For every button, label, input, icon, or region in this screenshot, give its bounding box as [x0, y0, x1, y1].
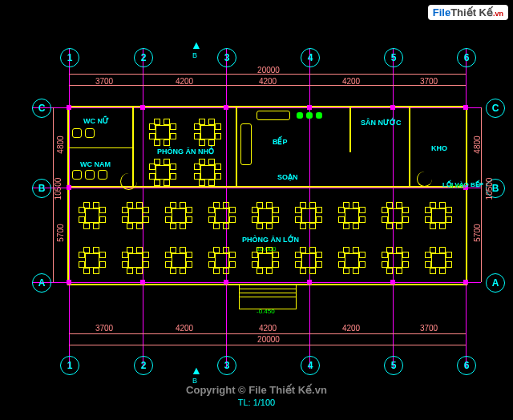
wall-h-top — [69, 186, 236, 188]
grid-bubble-4-bot: 4 — [301, 356, 320, 375]
north-label-top: B — [192, 51, 197, 59]
grid-bubble-c-left: C — [32, 99, 51, 118]
dim-left-total: 10500 — [54, 173, 63, 205]
wall-v-kho — [409, 107, 410, 188]
grid-bubble-5-top: 5 — [384, 48, 403, 67]
dining-table — [208, 202, 234, 228]
sink-icon — [297, 112, 303, 119]
dining-table — [165, 202, 191, 228]
stove-icon — [240, 123, 252, 165]
label-san-nuoc: SÂN NƯỚC — [361, 119, 402, 127]
grid-bubble-a-right: A — [486, 273, 505, 293]
dim-bot-5: 3700 — [413, 324, 445, 333]
drawing-scale: TL: 1/100 — [0, 398, 513, 407]
north-arrow-top: ▲ — [191, 38, 202, 51]
sink-icon — [316, 112, 322, 119]
dining-table — [252, 202, 277, 228]
dim-bot-4: 4200 — [335, 324, 367, 333]
dim-right-1: 4800 — [473, 133, 482, 157]
dim-top-2: 4200 — [168, 77, 200, 86]
grid-bubble-b-left: B — [32, 179, 51, 198]
toilet-icon — [98, 170, 107, 180]
column — [463, 280, 468, 285]
dining-table — [194, 119, 220, 144]
column — [463, 105, 468, 110]
level-side: -0.450 — [447, 183, 466, 190]
grid-bubble-1-bot: 1 — [60, 356, 79, 375]
dining-table — [425, 202, 450, 228]
grid-bubble-2-bot: 2 — [134, 356, 153, 375]
dim-top-5: 3700 — [413, 77, 445, 86]
grid-bubble-2-top: 2 — [134, 48, 153, 67]
label-wc-nu: WC NỮ — [83, 117, 109, 125]
door-icon — [417, 172, 432, 187]
dining-table — [122, 247, 147, 273]
counter-icon — [256, 111, 290, 120]
dim-bot-total: 20000 — [240, 335, 297, 344]
entry-steps — [239, 284, 297, 309]
toilet-icon — [72, 170, 82, 180]
dining-table — [338, 247, 364, 273]
dim-right-2: 5700 — [473, 221, 482, 245]
column — [140, 280, 145, 285]
dim-left-1: 4800 — [56, 133, 65, 157]
dining-table — [149, 119, 175, 144]
grid-bubble-5-bot: 5 — [384, 356, 403, 375]
grid-bubble-3-bot: 3 — [217, 356, 236, 375]
floorplan-canvas: FileThiết Kế.vn 1 2 3 4 5 6 1 2 3 4 5 6 … — [0, 0, 513, 420]
column — [67, 105, 71, 110]
wall-v-kitchen — [236, 107, 237, 188]
dining-table — [194, 159, 220, 184]
dim-top-1: 3700 — [88, 77, 120, 86]
dining-table — [252, 247, 277, 273]
logo-part1: File — [433, 6, 450, 18]
dim-top-4: 4200 — [335, 77, 367, 86]
north-arrow-bot: ▲ — [191, 364, 202, 377]
dim-line-bot-seg — [69, 333, 466, 334]
grid-bubble-4-top: 4 — [301, 48, 320, 67]
dining-table — [122, 202, 147, 228]
drawing-title: Copyright © File Thiết Kế.vn — [0, 383, 513, 396]
column — [224, 105, 228, 110]
grid-bubble-3-top: 3 — [217, 48, 236, 67]
dining-table — [79, 202, 104, 228]
column — [67, 185, 71, 190]
dining-table — [295, 247, 321, 273]
wall-v-bep — [349, 107, 351, 152]
dim-right-total: 10500 — [485, 173, 494, 205]
dining-table — [295, 202, 321, 228]
column — [390, 105, 395, 110]
label-phong-an-lon: PHÒNG ĂN LỚN — [242, 236, 299, 244]
sink-icon — [306, 112, 313, 119]
label-kho: KHO — [431, 144, 447, 152]
dim-top-total: 20000 — [240, 66, 297, 75]
grid-bubble-a-left: A — [32, 273, 51, 293]
dim-line-bot-total — [69, 345, 466, 345]
column — [67, 280, 71, 285]
dining-table — [79, 247, 104, 273]
dining-table — [425, 247, 450, 273]
column — [307, 105, 312, 110]
label-phong-an-nho: PHÒNG ĂN NHỎ — [157, 147, 214, 155]
watermark-logo: FileThiết Kế.vn — [428, 5, 508, 20]
column — [140, 105, 145, 110]
logo-tld: .vn — [493, 10, 503, 18]
dining-table — [149, 159, 175, 184]
grid-bubble-6-bot: 6 — [457, 356, 476, 375]
label-soan: SOẠN — [277, 173, 298, 181]
logo-part2: Thiết Kế — [450, 6, 493, 18]
column — [307, 280, 312, 285]
dining-table — [382, 202, 407, 228]
dining-table — [208, 247, 234, 273]
door-icon — [120, 173, 137, 190]
grid-bubble-6-top: 6 — [457, 48, 476, 67]
column — [390, 280, 395, 285]
grid-bubble-1-top: 1 — [60, 48, 79, 67]
dim-bot-1: 3700 — [88, 324, 120, 333]
toilet-icon — [72, 128, 82, 138]
dim-top-3: 4200 — [252, 77, 284, 86]
toilet-icon — [85, 128, 95, 138]
toilet-icon — [85, 170, 95, 180]
dining-table — [382, 247, 407, 273]
dining-table — [165, 247, 191, 273]
